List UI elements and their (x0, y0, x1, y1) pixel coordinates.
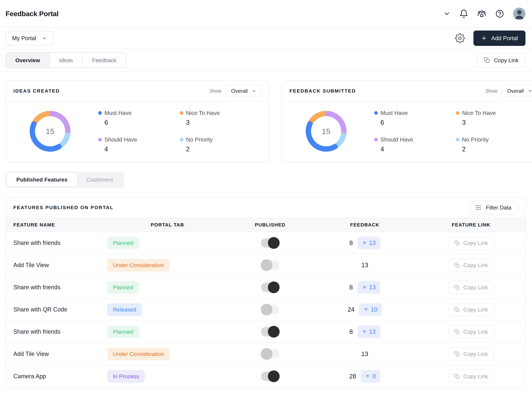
legend-item-should-have: Should Have4 (98, 136, 180, 153)
copy-icon (484, 57, 490, 63)
upvote-badge: 13 (357, 325, 380, 338)
upvote-badge: 13 (357, 281, 380, 294)
copy-link-button[interactable]: Copy Link (477, 53, 525, 67)
legend-value: 4 (380, 145, 456, 153)
table-row: Share with friendsPlanned813Copy Link (6, 321, 525, 343)
legend-value: 2 (462, 145, 532, 153)
portal-tab-cell: Under Consideration (107, 259, 228, 272)
portal-selector-label: My Portal (12, 35, 36, 41)
feedback-cell: 288 (312, 370, 417, 383)
donut-chart: 15 (303, 108, 350, 155)
portal-bar: My Portal Add Portal (0, 28, 532, 49)
publish-toggle[interactable] (261, 260, 279, 270)
avatar[interactable] (513, 8, 525, 20)
show-select-value: Overall (507, 88, 524, 94)
legend-label: No Priority (186, 136, 213, 143)
portal-tab-cell: Planned (107, 326, 228, 338)
row-copy-link-label: Copy Link (463, 306, 488, 313)
row-copy-link-button[interactable]: Copy Link (448, 236, 494, 250)
legend-dot (180, 138, 183, 141)
row-copy-link-button[interactable]: Copy Link (448, 370, 494, 383)
row-copy-link-button[interactable]: Copy Link (448, 281, 494, 294)
status-chip-under-consideration: Under Consideration (107, 348, 170, 360)
legend-item-nice-to-have: Nice To Have3 (456, 110, 532, 126)
copy-icon (454, 329, 460, 335)
publish-toggle[interactable] (261, 305, 279, 314)
publish-toggle[interactable] (261, 327, 279, 337)
table-title: FEATURES PUBLISHED ON PORTAL (13, 205, 114, 210)
published-cell (228, 282, 312, 292)
upvote-badge: 13 (357, 236, 380, 249)
feedback-cell: 813 (312, 281, 417, 294)
teams-icon[interactable] (477, 9, 486, 18)
add-portal-button[interactable]: Add Portal (473, 31, 525, 46)
row-copy-link-label: Copy Link (463, 284, 488, 291)
portal-selector[interactable]: My Portal (6, 31, 53, 45)
table-row: Camera AppIn Process288Copy Link (6, 365, 525, 387)
toggle-knob (268, 370, 280, 382)
portal-tab-cell: Planned (107, 237, 228, 249)
filter-data-button[interactable]: Filter Data (469, 201, 518, 214)
row-copy-link-button[interactable]: Copy Link (448, 303, 494, 316)
row-copy-link-button[interactable]: Copy Link (448, 347, 494, 360)
status-chip-under-consideration: Under Consideration (107, 259, 170, 272)
feature-name: Share with friends (6, 284, 107, 291)
legend-value: 6 (104, 119, 180, 126)
legend-value: 2 (186, 145, 261, 153)
feedback-count: 13 (361, 351, 368, 358)
chevron-down-icon (252, 89, 256, 93)
legend-item-top: Should Have (374, 136, 456, 143)
row-copy-link-label: Copy Link (463, 351, 488, 357)
segment-published-features[interactable]: Published Features (7, 173, 77, 186)
help-icon[interactable] (495, 9, 504, 18)
published-cell (228, 305, 312, 314)
donut-legend: Must Have6Nice To Have3Should Have4No Pr… (374, 110, 532, 153)
legend-dot (374, 138, 378, 141)
donut-total: 15 (26, 108, 74, 155)
feature-link-cell: Copy Link (417, 325, 525, 338)
show-group: ShowOverall (486, 85, 532, 97)
show-select[interactable]: Overall (502, 85, 532, 97)
chevron-down-icon[interactable] (443, 10, 450, 17)
feedback-count: 8 (349, 240, 353, 247)
show-select[interactable]: Overall (226, 85, 261, 97)
legend-item-top: No Priority (456, 136, 532, 143)
card-title: FEEDBACK SUBMITTED (289, 88, 356, 94)
tab-overview[interactable]: Overview (6, 53, 49, 68)
row-copy-link-button[interactable]: Copy Link (448, 258, 494, 272)
feature-link-cell: Copy Link (417, 236, 525, 250)
table-column-header-row: FEATURE NAMEPORTAL TABPUBLISHEDFEEDBACKF… (6, 218, 525, 232)
legend-dot (180, 111, 183, 115)
upvote-count: 8 (372, 373, 376, 380)
row-copy-link-label: Copy Link (463, 240, 488, 246)
feedback-cell: 13 (312, 351, 417, 358)
bell-icon[interactable] (459, 9, 468, 18)
tab-feedback[interactable]: Feedback (82, 53, 126, 68)
feature-name: Camera App (6, 373, 107, 380)
donut-legend: Must Have6Nice To Have3Should Have4No Pr… (98, 110, 261, 153)
publish-toggle[interactable] (261, 282, 279, 292)
legend-item-no-priority: No Priority2 (180, 136, 261, 153)
publish-toggle[interactable] (261, 372, 279, 381)
segment-customers[interactable]: Customers (77, 173, 123, 186)
legend-label: Should Have (104, 136, 137, 143)
portal-bar-actions: Add Portal (455, 31, 525, 46)
donut-chart: 15 (26, 108, 74, 155)
table-row: Share with QR CodeReleased2410Copy Link (6, 299, 525, 321)
published-cell (228, 372, 312, 381)
toggle-knob (268, 282, 280, 293)
published-cell (228, 349, 312, 359)
upvote-count: 13 (369, 240, 376, 246)
feature-name: Add Tile View (6, 351, 107, 357)
row-copy-link-label: Copy Link (463, 329, 488, 335)
toggle-knob (261, 259, 273, 271)
tab-ideas[interactable]: Ideas (49, 53, 82, 68)
publish-toggle[interactable] (261, 238, 279, 248)
column-header-feature-name: FEATURE NAME (6, 222, 107, 227)
feature-name: Share with QR Code (6, 306, 107, 313)
gear-icon[interactable] (455, 33, 465, 43)
row-copy-link-button[interactable]: Copy Link (448, 325, 494, 338)
legend-label: No Priority (462, 136, 489, 143)
legend-value: 6 (380, 119, 456, 126)
publish-toggle[interactable] (261, 349, 279, 359)
